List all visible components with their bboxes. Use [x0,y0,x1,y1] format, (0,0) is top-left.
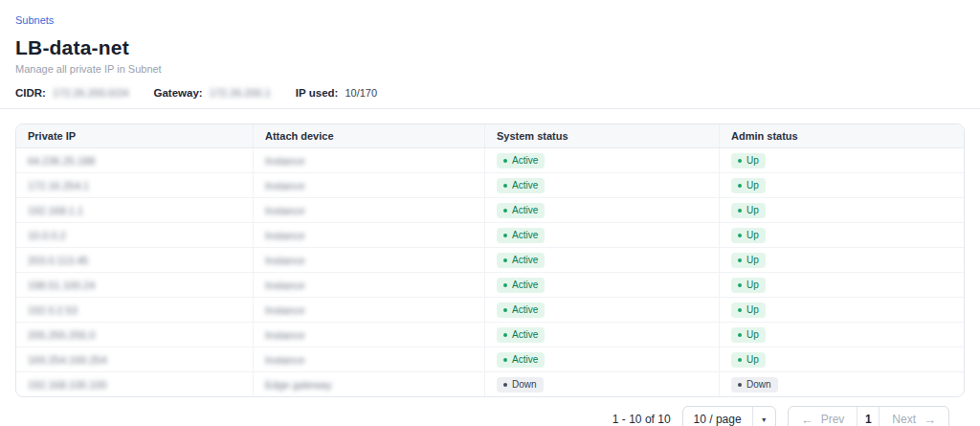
admin-status-badge: Up [731,278,766,293]
status-dot-icon [738,358,742,362]
admin-status-badge: Up [731,178,766,193]
private-ip-cell: 192.168.100.100 [16,372,253,396]
status-dot-icon [503,159,507,163]
table-row: 192.168.1.1 Instance Active Up [16,197,964,222]
admin-status-badge: Up [731,253,766,268]
private-ip-cell: 203.0.113.45 [16,248,253,272]
attach-device-value: Instance [265,155,305,167]
subnet-meta: CIDR: 172.26.200.0/24 Gateway: 172.26.20… [15,85,965,100]
admin-status-label: Up [746,180,759,191]
private-ip-cell: 205.255.255.0 [16,323,253,347]
status-dot-icon [738,209,742,213]
admin-status-cell: Down [719,372,964,396]
breadcrumb-subnets[interactable]: Subnets [15,14,54,26]
private-ip-cell: 192.0.2.53 [16,298,253,322]
admin-status-cell: Up [719,148,964,172]
system-status-label: Down [512,379,537,391]
pagination-range: 1 - 10 of 10 [612,413,671,426]
private-ip-cell: 10.0.0.2 [16,223,253,247]
admin-status-label: Up [746,205,759,216]
page-title: LB-data-net [15,36,965,59]
attach-device-value: Instance [265,230,305,241]
attach-device-value: Instance [265,255,305,266]
attach-device-value: Instance [265,354,305,366]
pagination-bar: 1 - 10 of 10 10 / page ▼ ← Prev 1 Next → [31,406,949,426]
admin-status-label: Up [746,255,759,266]
status-dot-icon [738,333,742,337]
system-status-badge: Active [497,303,545,318]
system-status-cell: Active [484,298,719,322]
admin-status-badge: Down [731,377,778,392]
status-dot-icon [738,308,742,312]
status-dot-icon [503,234,507,237]
private-ip-cell: 169.254.169.254 [16,348,253,371]
attach-device-cell: Instance [253,198,484,222]
private-ip-value: 192.168.100.100 [28,379,107,391]
ip-used-label: IP used: [296,87,339,99]
status-dot-icon [503,383,507,387]
system-status-cell: Active [484,198,719,222]
system-status-label: Active [512,180,538,191]
admin-status-cell: Up [719,298,964,322]
system-status-cell: Active [484,248,719,272]
table-row: 64.236.25.188 Instance Active Up [16,148,964,172]
gateway-label: Gateway: [153,87,202,99]
status-dot-icon [503,333,507,337]
page-size-select[interactable]: 10 / page ▼ [682,406,776,426]
admin-status-cell: Up [719,273,964,297]
gateway-group: Gateway: 172.26.200.1 [153,87,270,99]
table-row: 172.16.254.1 Instance Active Up [16,172,964,197]
attach-device-cell: Edge gateway [253,372,484,396]
private-ip-cell: 192.168.1.1 [16,198,253,222]
next-label: Next [892,413,916,426]
attach-device-value: Instance [265,280,305,291]
system-status-label: Active [512,329,538,341]
page-number-button[interactable]: 1 [857,407,880,426]
private-ip-cell: 64.236.25.188 [16,148,253,172]
attach-device-cell: Instance [253,223,484,247]
status-dot-icon [738,234,742,237]
status-dot-icon [738,184,742,188]
attach-device-value: Instance [265,304,305,316]
table-header-row: Private IP Attach device System status A… [16,124,964,148]
gateway-value: 172.26.200.1 [210,87,271,99]
arrow-left-icon: ← [801,414,813,426]
system-status-cell: Active [484,173,719,197]
attach-device-cell: Instance [253,298,484,322]
admin-status-badge: Up [731,203,766,218]
cidr-value: 172.26.200.0/24 [53,87,129,99]
status-dot-icon [503,184,507,188]
table-row: 192.0.2.53 Instance Active Up [16,297,964,322]
attach-device-value: Instance [265,329,305,341]
column-header-attach-device: Attach device [253,124,484,147]
system-status-badge: Active [497,178,545,193]
prev-page-button[interactable]: ← Prev [789,407,858,426]
admin-status-badge: Up [731,153,766,168]
status-dot-icon [503,358,507,362]
system-status-label: Active [512,304,538,316]
table-row: 192.168.100.100 Edge gateway Down Down [16,371,964,396]
ip-used-group: IP used: 10/170 [296,87,377,99]
admin-status-label: Up [746,280,759,291]
page-size-value: 10 / page [683,407,752,426]
cidr-label: CIDR: [15,87,46,99]
system-status-badge: Active [497,203,545,218]
chevron-down-icon: ▼ [752,407,775,426]
admin-status-badge: Up [731,352,766,368]
status-dot-icon [503,283,507,287]
system-status-label: Active [512,155,538,167]
system-status-badge: Active [497,327,545,343]
status-dot-icon [738,258,742,262]
admin-status-cell: Up [719,348,964,371]
attach-device-cell: Instance [253,323,484,347]
table-row: 10.0.0.2 Instance Active Up [16,222,964,247]
system-status-label: Active [512,280,538,291]
attach-device-cell: Instance [253,148,484,172]
private-ip-value: 172.16.254.1 [28,180,89,191]
next-page-button[interactable]: Next → [880,407,948,426]
column-header-admin-status: Admin status [719,124,964,147]
system-status-badge: Down [497,377,544,392]
system-status-cell: Active [484,223,719,247]
table-row: 203.0.113.45 Instance Active Up [16,247,964,272]
private-ip-value: 198.51.100.24 [28,280,95,291]
